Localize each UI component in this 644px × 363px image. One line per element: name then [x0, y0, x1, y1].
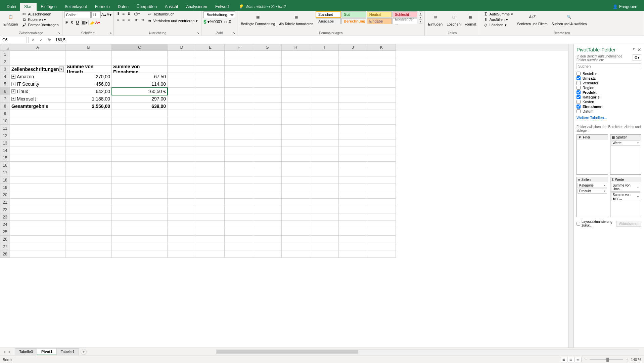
style-ausgabe[interactable]: Ausgabe: [316, 18, 341, 24]
cell-A7[interactable]: +Microsoft: [10, 95, 65, 103]
field-bestellnr[interactable]: Bestellnr: [577, 71, 641, 76]
cell-D10[interactable]: [168, 117, 196, 125]
cell-J28[interactable]: [339, 250, 367, 258]
sheet-nav-next[interactable]: ►: [7, 350, 12, 354]
more-tables-link[interactable]: Weitere Tabellen...: [577, 116, 641, 120]
cell-J27[interactable]: [339, 243, 367, 250]
cell-I11[interactable]: [310, 125, 339, 132]
cell-A4[interactable]: +Amazon: [10, 73, 65, 80]
cell-K15[interactable]: [367, 154, 396, 162]
cell-E3[interactable]: [196, 66, 225, 73]
cell-F8[interactable]: [225, 103, 253, 110]
cell-B15[interactable]: [65, 154, 112, 162]
style-neutral[interactable]: Neutral: [367, 11, 392, 17]
style-standard[interactable]: Standard: [316, 11, 341, 17]
cell-F19[interactable]: [225, 184, 253, 191]
row-header-24[interactable]: 24: [0, 221, 10, 228]
cell-H14[interactable]: [282, 147, 310, 154]
align-right-icon[interactable]: ≡: [127, 17, 131, 22]
col-header-D[interactable]: D: [168, 44, 196, 51]
cell-K11[interactable]: [367, 125, 396, 132]
cell-K16[interactable]: [367, 162, 396, 169]
cell-B24[interactable]: [65, 221, 112, 228]
sheet-tab-tabelle3[interactable]: Tabelle3: [15, 348, 37, 355]
cell-A20[interactable]: [10, 191, 65, 199]
cell-G17[interactable]: [253, 169, 282, 176]
row-header-14[interactable]: 14: [0, 147, 10, 154]
cell-J25[interactable]: [339, 228, 367, 236]
cell-D1[interactable]: [168, 51, 196, 58]
cell-D13[interactable]: [168, 139, 196, 147]
cell-H20[interactable]: [282, 191, 310, 199]
sheet-tab-tabelle1[interactable]: Tabelle1: [56, 348, 79, 355]
cell-H8[interactable]: [282, 103, 310, 110]
clear-button[interactable]: ◇Löschen ▾: [482, 22, 515, 28]
cell-E12[interactable]: [196, 132, 225, 139]
col-header-J[interactable]: J: [339, 44, 367, 51]
cell-C26[interactable]: [112, 236, 168, 243]
cell-E8[interactable]: [196, 103, 225, 110]
tab-uberprufen[interactable]: Überprüfen: [133, 3, 161, 11]
cell-B7[interactable]: 1.188,00: [65, 95, 112, 103]
cell-E5[interactable]: [196, 80, 225, 88]
accounting-icon[interactable]: 💲▾: [203, 19, 208, 24]
cell-A22[interactable]: [10, 206, 65, 213]
italic-button[interactable]: K: [70, 20, 75, 25]
cell-G4[interactable]: [253, 73, 282, 80]
cell-E17[interactable]: [196, 169, 225, 176]
cell-J15[interactable]: [339, 154, 367, 162]
increase-indent-icon[interactable]: ⇥: [140, 17, 145, 22]
expand-button[interactable]: +: [11, 82, 15, 86]
conditional-formatting-button[interactable]: ▦ Bedingte Formatierung: [239, 11, 276, 27]
cell-B19[interactable]: [65, 184, 112, 191]
cell-A6[interactable]: +Linux: [10, 88, 65, 95]
format-cells-button[interactable]: ▦Format: [463, 11, 478, 27]
font-color-button[interactable]: A▾: [95, 20, 100, 25]
row-header-11[interactable]: 11: [0, 125, 10, 132]
row-header-5[interactable]: 5: [0, 80, 10, 88]
cell-H3[interactable]: [282, 66, 310, 73]
cell-E2[interactable]: [196, 58, 225, 66]
cell-H2[interactable]: [282, 58, 310, 66]
merge-center-button[interactable]: ⬌Verbinden und zentrieren ▾: [146, 18, 199, 24]
cell-K19[interactable]: [367, 184, 396, 191]
cell-C7[interactable]: 297,00: [112, 95, 168, 103]
cell-G12[interactable]: [253, 132, 282, 139]
cell-D22[interactable]: [168, 206, 196, 213]
cell-B21[interactable]: [65, 199, 112, 206]
cell-F27[interactable]: [225, 243, 253, 250]
cell-K28[interactable]: [367, 250, 396, 258]
grow-font-icon[interactable]: A▴: [101, 12, 106, 17]
cell-J19[interactable]: [339, 184, 367, 191]
cell-H7[interactable]: [282, 95, 310, 103]
cell-D20[interactable]: [168, 191, 196, 199]
row-header-15[interactable]: 15: [0, 154, 10, 162]
cell-B10[interactable]: [65, 117, 112, 125]
cell-G21[interactable]: [253, 199, 282, 206]
format-painter-button[interactable]: 🖌Format übertragen: [20, 22, 60, 28]
cell-K3[interactable]: [367, 66, 396, 73]
delete-cells-button[interactable]: ⊟Löschen: [445, 11, 462, 27]
view-normal-button[interactable]: ▦: [561, 357, 567, 362]
row-header-13[interactable]: 13: [0, 139, 10, 147]
cell-F14[interactable]: [225, 147, 253, 154]
cell-K18[interactable]: [367, 176, 396, 184]
pivot-search-input[interactable]: [577, 63, 641, 69]
font-name-combo[interactable]: [64, 11, 91, 18]
cell-H24[interactable]: [282, 221, 310, 228]
cell-E23[interactable]: [196, 213, 225, 221]
cell-E6[interactable]: [196, 88, 225, 95]
cell-G9[interactable]: [253, 110, 282, 117]
cell-J1[interactable]: [339, 51, 367, 58]
cell-K7[interactable]: [367, 95, 396, 103]
col-header-G[interactable]: G: [253, 44, 282, 51]
cell-B17[interactable]: [65, 169, 112, 176]
cell-B23[interactable]: [65, 213, 112, 221]
drop-item-werte[interactable]: Summe von Ums...▾: [611, 183, 641, 192]
cell-J8[interactable]: [339, 103, 367, 110]
row-header-10[interactable]: 10: [0, 117, 10, 125]
decrease-indent-icon[interactable]: ⇤: [135, 17, 139, 22]
cell-E22[interactable]: [196, 206, 225, 213]
cell-J16[interactable]: [339, 162, 367, 169]
drop-area-filter[interactable]: ▼Filter: [577, 134, 608, 175]
